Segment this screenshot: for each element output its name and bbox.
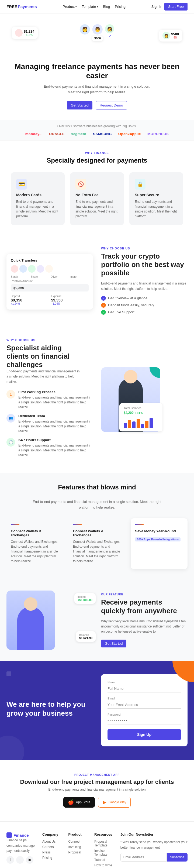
trust-logo-openzap: OpenZapplle xyxy=(118,132,141,136)
trust-logo-samsung: SAMSUNG xyxy=(93,132,112,136)
feature-box-3: Save Money Year-Round 100+ Apps Powerful… xyxy=(131,518,188,569)
features-grid: Connect Wallets & Exchanges Connect Wall… xyxy=(6,518,188,569)
process-title-1: First Working Process xyxy=(18,390,93,394)
balance-label: Total Balance xyxy=(124,406,158,410)
footer-link-invoice-template[interactable]: Invoice Template xyxy=(94,849,114,857)
stat-float-amount: $1,621.90 xyxy=(79,637,92,640)
track-crypto-right: WHY CHOOSE US Track your crypto portfoli… xyxy=(101,247,188,317)
trust-logo-segment: segment xyxy=(71,132,87,136)
app-tag: PROJECT MANAGEMENT APP xyxy=(6,773,188,776)
footer-link-proposal[interactable]: Proposal xyxy=(68,850,88,854)
logo[interactable]: FREE Payments xyxy=(6,4,37,9)
specialist-right: Total Balance $4,200 +34% xyxy=(101,367,188,433)
signup-button[interactable]: Sign Up xyxy=(107,729,181,740)
balance-change: +34% xyxy=(135,411,142,414)
feature-box-1-title: Connect Wallets & Exchanges xyxy=(11,529,59,537)
newsletter-subscribe-button[interactable]: Subscribe xyxy=(167,853,188,862)
footer-product-col: Product Connect Invoicing Proposal xyxy=(68,832,88,868)
footer-brand-col: Finance Finance helps companies manage p… xyxy=(6,832,36,868)
specialist-subtitle: End-to-end payments and financial manage… xyxy=(6,369,82,384)
footer-link-connect[interactable]: Connect xyxy=(68,840,88,843)
footer-link-invoicing[interactable]: Invoicing xyxy=(68,845,88,849)
linkedin-icon[interactable]: in xyxy=(26,856,33,864)
feature-box-3-title: Save Money Year-Round xyxy=(135,529,183,533)
form-email-input[interactable] xyxy=(107,701,181,709)
footer-newsletter-col: Join Our Newsletter * We'll rarely send … xyxy=(121,832,188,868)
modern-cards-desc: End-to-end payments and financial manage… xyxy=(16,199,59,219)
transfer-card-title: Quick Transfers xyxy=(11,258,89,262)
hero-request-demo-button[interactable]: Request Demo xyxy=(96,101,127,110)
hero-subtitle: End-to-end payments and financial manage… xyxy=(43,84,151,95)
specialist-left: WHY CHOOSE US Specialist aiding clients … xyxy=(6,338,93,462)
form-email-label: Email xyxy=(107,697,181,700)
hero-card2-amount: $500 xyxy=(94,37,101,40)
form-name-input[interactable] xyxy=(107,685,181,692)
twitter-icon[interactable]: t xyxy=(16,856,24,864)
footer-company-title: Company xyxy=(42,832,62,836)
feature-card-secure: 🔒 Super Secure End-to-end payments and f… xyxy=(129,172,183,225)
form-pass-input[interactable] xyxy=(107,717,181,725)
expense-sub: +1.24% xyxy=(51,302,89,305)
deposit-sub: +1.24% xyxy=(11,302,48,305)
receive-get-started-button[interactable]: Get Started xyxy=(101,640,126,647)
feature-card-no-fee: 🚫 No Extra Fee End-to-end payments and f… xyxy=(70,172,124,225)
chevron-down-icon: ▾ xyxy=(97,5,98,8)
track-crypto-label: WHY CHOOSE US xyxy=(101,247,188,250)
expense-label: Expense xyxy=(51,295,62,298)
hero-card3-amount: $500 xyxy=(171,32,179,36)
bar-4 xyxy=(137,419,140,428)
nav-blog[interactable]: Blog xyxy=(103,5,110,9)
nav-product[interactable]: Product ▾ xyxy=(63,5,77,9)
footer-link-careers[interactable]: Careers xyxy=(42,845,62,849)
footer-product-title: Product xyxy=(68,832,88,836)
footer-link-press[interactable]: Press xyxy=(42,850,62,854)
no-fee-title: No Extra Fee xyxy=(75,193,119,197)
amount-value: $9,350 xyxy=(11,284,89,291)
check-icon-1: ✓ xyxy=(101,296,106,301)
list-item-2: ✓ Deposit funds easily, securely xyxy=(101,303,188,308)
footer-link-proposal-template[interactable]: Proposal Template xyxy=(94,840,114,847)
silhouette-body xyxy=(17,607,44,650)
process-list: 1 First Working Process End-to-end payme… xyxy=(6,390,93,458)
footer-link-tutorial[interactable]: Tutorial xyxy=(94,858,114,862)
amount-label: Portfolio Amount xyxy=(11,279,89,283)
bar-7 xyxy=(150,418,153,428)
hero-stat-card-1: $1,234 +12% xyxy=(12,27,38,39)
logo-square-icon xyxy=(6,832,12,838)
signin-button[interactable]: Sign In xyxy=(152,5,162,9)
app-subtitle: End-to-end payments and financial manage… xyxy=(6,788,188,792)
nav-pricing[interactable]: Pricing xyxy=(115,5,126,9)
why-finance-title: Specially designed for payments xyxy=(6,157,188,164)
footer-link-about[interactable]: About Us xyxy=(42,840,62,843)
secure-icon: 🔒 xyxy=(135,179,146,190)
google-play-button[interactable]: ▶ Google Play xyxy=(98,797,131,808)
specialist-label: WHY CHOOSE US xyxy=(6,338,93,342)
grow-circle-deco xyxy=(0,736,24,760)
transfer-avatar-1 xyxy=(11,265,18,273)
expense-value: $9,350 xyxy=(51,298,89,302)
app-store-button[interactable]: 🍎 App Store xyxy=(63,797,95,808)
form-name-label: Name xyxy=(107,681,181,684)
hero-title: Managing freelance payments has never be… xyxy=(6,62,188,80)
transfer-avatar-4 xyxy=(37,265,44,273)
receive-section: Balance $1,621.90 Income +$1,000.00 OUR … xyxy=(0,580,194,661)
logo-free: FREE xyxy=(6,4,17,9)
footer-link-contract[interactable]: How to write a contract xyxy=(94,863,114,868)
google-play-label: Google Play xyxy=(108,800,126,804)
receive-right: OUR FEATURE Receive payments quickly fro… xyxy=(101,593,188,647)
grow-section: We are here to help you grow your busine… xyxy=(0,661,194,760)
app-download-section: PROJECT MANAGEMENT APP Download our free… xyxy=(0,760,194,821)
newsletter-email-input[interactable] xyxy=(121,853,167,862)
signup-form: Name Email Password Sign Up xyxy=(101,674,188,746)
trust-logo-monday: monday... xyxy=(25,132,42,136)
facebook-icon[interactable]: f xyxy=(6,856,14,864)
start-free-button[interactable]: Start Free xyxy=(164,3,188,10)
footer-link-pricing[interactable]: Pricing xyxy=(42,856,62,860)
footer-newsletter-title: Join Our Newsletter xyxy=(121,832,188,836)
trust-logo-oracle: ORACLE xyxy=(49,132,65,136)
secure-title: Super Secure xyxy=(135,193,178,197)
hero-get-started-button[interactable]: Get Started xyxy=(67,101,92,110)
nav-template[interactable]: Template ▾ xyxy=(82,5,98,9)
specialist-section: WHY CHOOSE US Specialist aiding clients … xyxy=(0,328,194,473)
chevron-down-icon: ▾ xyxy=(75,5,77,8)
